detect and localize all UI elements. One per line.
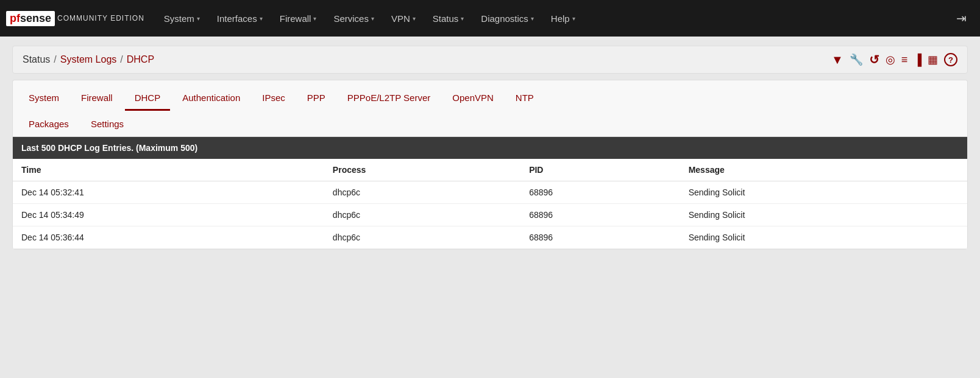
- cell-time: Dec 14 05:32:41: [13, 181, 324, 204]
- nav-item-interfaces[interactable]: Interfaces ▾: [210, 9, 270, 29]
- nav-caret-system: ▾: [197, 15, 200, 22]
- cell-pid: 68896: [520, 181, 680, 204]
- brand-logo-sense: sense: [20, 12, 51, 24]
- nav-label-services: Services: [333, 13, 369, 24]
- nav-caret-diagnostics: ▾: [531, 15, 534, 22]
- help-circle-icon[interactable]: ?: [944, 53, 957, 66]
- nav-menu: System ▾ Interfaces ▾ Firewall ▾ Service…: [157, 9, 949, 29]
- chart-icon[interactable]: ▐: [914, 54, 921, 66]
- nav-label-diagnostics: Diagnostics: [481, 13, 528, 24]
- tab-pppoe[interactable]: PPPoE/L2TP Server: [338, 86, 440, 111]
- brand-logo-pf: pf: [10, 12, 20, 24]
- nav-caret-vpn: ▾: [413, 15, 416, 22]
- cell-message: Sending Solicit: [680, 204, 967, 226]
- brand: pfsense COMMUNITY EDITION: [6, 11, 144, 26]
- nav-link-vpn[interactable]: VPN ▾: [384, 9, 423, 29]
- cell-process: dhcp6c: [324, 226, 520, 249]
- filter-icon[interactable]: ▼: [831, 53, 843, 67]
- nav-caret-help: ▾: [572, 15, 575, 22]
- tab-ipsec[interactable]: IPsec: [252, 86, 295, 111]
- cell-message: Sending Solicit: [680, 226, 967, 249]
- page-header: Status / System Logs / DHCP ▼ 🔧 ↺ ◎ ≡ ▐ …: [12, 46, 968, 74]
- cell-pid: 68896: [520, 204, 680, 226]
- tab-ntp[interactable]: NTP: [506, 86, 544, 111]
- nav-link-help[interactable]: Help ▾: [544, 9, 583, 29]
- nav-caret-firewall: ▾: [313, 15, 316, 22]
- tab-system[interactable]: System: [19, 86, 69, 111]
- col-time: Time: [13, 159, 324, 181]
- cell-time: Dec 14 05:36:44: [13, 226, 324, 249]
- sliders-icon[interactable]: ≡: [901, 54, 908, 66]
- nav-link-status[interactable]: Status ▾: [425, 9, 472, 29]
- nav-label-vpn: VPN: [391, 13, 410, 24]
- tabs-row2: Packages Settings: [13, 110, 967, 136]
- cell-process: dhcp6c: [324, 204, 520, 226]
- nav-link-services[interactable]: Services ▾: [326, 9, 382, 29]
- breadcrumb-status: Status: [23, 54, 50, 65]
- table-icon[interactable]: ▦: [928, 53, 938, 66]
- nav-link-system[interactable]: System ▾: [157, 9, 207, 29]
- tabs-container: System Firewall DHCP Authentication IPse…: [12, 80, 968, 136]
- breadcrumb-sep1: /: [54, 54, 56, 65]
- table-header-row: Time Process PID Message: [13, 159, 967, 181]
- nav-label-status: Status: [433, 13, 459, 24]
- tab-authentication[interactable]: Authentication: [172, 86, 250, 111]
- cell-process: dhcp6c: [324, 181, 520, 204]
- nav-item-system[interactable]: System ▾: [157, 9, 207, 29]
- nav-label-firewall: Firewall: [280, 13, 311, 24]
- cell-time: Dec 14 05:34:49: [13, 204, 324, 226]
- circle-icon[interactable]: ◎: [886, 53, 895, 66]
- nav-link-firewall[interactable]: Firewall ▾: [272, 9, 324, 29]
- navbar: pfsense COMMUNITY EDITION System ▾ Inter…: [0, 0, 980, 37]
- tab-settings[interactable]: Settings: [81, 113, 133, 137]
- brand-logo: pfsense: [6, 11, 55, 26]
- table-row: Dec 14 05:34:49dhcp6c68896Sending Solici…: [13, 204, 967, 226]
- nav-caret-status: ▾: [461, 15, 464, 22]
- refresh-icon[interactable]: ↺: [869, 52, 879, 67]
- cell-message: Sending Solicit: [680, 181, 967, 204]
- log-table-body: Dec 14 05:32:41dhcp6c68896Sending Solici…: [13, 181, 967, 249]
- nav-link-diagnostics[interactable]: Diagnostics ▾: [474, 9, 541, 29]
- tabs-row1: System Firewall DHCP Authentication IPse…: [13, 86, 967, 110]
- brand-tagline: COMMUNITY EDITION: [57, 14, 144, 23]
- nav-caret-services: ▾: [371, 15, 374, 22]
- nav-item-status[interactable]: Status ▾: [425, 9, 472, 29]
- breadcrumb-sep2: /: [120, 54, 122, 65]
- tab-dhcp[interactable]: DHCP: [125, 86, 171, 111]
- log-table: Time Process PID Message Dec 14 05:32:41…: [13, 159, 967, 249]
- nav-item-services[interactable]: Services ▾: [326, 9, 382, 29]
- nav-item-help[interactable]: Help ▾: [544, 9, 583, 29]
- nav-label-help: Help: [551, 13, 570, 24]
- nav-item-vpn[interactable]: VPN ▾: [384, 9, 423, 29]
- nav-caret-interfaces: ▾: [260, 15, 263, 22]
- tab-ppp[interactable]: PPP: [297, 86, 335, 111]
- nav-item-firewall[interactable]: Firewall ▾: [272, 9, 324, 29]
- table-row: Dec 14 05:32:41dhcp6c68896Sending Solici…: [13, 181, 967, 204]
- breadcrumb: Status / System Logs / DHCP: [23, 54, 154, 65]
- nav-label-interfaces: Interfaces: [217, 13, 257, 24]
- tab-packages[interactable]: Packages: [19, 113, 79, 137]
- tab-firewall[interactable]: Firewall: [71, 86, 122, 111]
- nav-label-system: System: [164, 13, 194, 24]
- table-section-header: Last 500 DHCP Log Entries. (Maximum 500): [13, 137, 967, 159]
- header-icons: ▼ 🔧 ↺ ◎ ≡ ▐ ▦ ?: [831, 52, 957, 67]
- cell-pid: 68896: [520, 226, 680, 249]
- col-message: Message: [680, 159, 967, 181]
- table-row: Dec 14 05:36:44dhcp6c68896Sending Solici…: [13, 226, 967, 249]
- breadcrumb-dhcp: DHCP: [127, 54, 154, 65]
- col-pid: PID: [520, 159, 680, 181]
- logout-icon[interactable]: ⇥: [949, 6, 974, 30]
- nav-link-interfaces[interactable]: Interfaces ▾: [210, 9, 270, 29]
- nav-item-diagnostics[interactable]: Diagnostics ▾: [474, 9, 541, 29]
- main-content: Last 500 DHCP Log Entries. (Maximum 500)…: [12, 136, 968, 250]
- wrench-icon[interactable]: 🔧: [850, 53, 863, 66]
- col-process: Process: [324, 159, 520, 181]
- tab-openvpn[interactable]: OpenVPN: [442, 86, 503, 111]
- breadcrumb-system-logs[interactable]: System Logs: [60, 54, 116, 65]
